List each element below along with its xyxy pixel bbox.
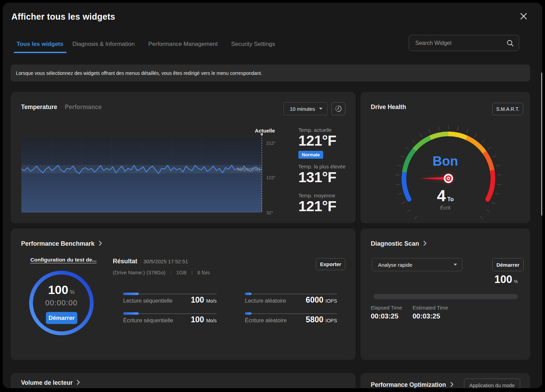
info-banner-text: Lorsque vous sélectionnez des widgets of…	[16, 70, 262, 76]
result-label: Résultat	[113, 258, 137, 265]
drive-health-card[interactable]: Drive Health S.M.A.R.T. Bon 4 To Écrit	[360, 92, 530, 223]
page-title: Afficher tous les widgets	[11, 12, 115, 22]
benchmark-percent-value: 100	[48, 283, 68, 296]
chevron-right-icon	[450, 382, 454, 389]
perf-opt-title: Performance Optimization	[371, 381, 446, 388]
metric-label-rand-write: Écriture aléatoire	[245, 317, 287, 324]
benchmark-percent: 100 %	[27, 283, 96, 297]
export-button[interactable]: Exporter	[316, 258, 345, 270]
highest-temp-value: 131°F	[298, 170, 336, 185]
diagnostic-title: Diagnostic Scan	[371, 240, 419, 247]
diagnostic-percent-value: 100	[494, 273, 512, 285]
scan-type-dropdown[interactable]: Analyse rapide	[372, 258, 462, 271]
series-label: Moyen(ne)	[237, 166, 260, 172]
search-icon[interactable]	[506, 39, 519, 47]
benchmark-start-button[interactable]: Démarrer	[46, 312, 77, 324]
drive-volume-card[interactable]: Volume de lecteur	[11, 373, 356, 388]
result-count-info: 6 fois	[197, 270, 210, 275]
info-banner: Lorsque vous sélectionnez des widgets of…	[11, 65, 530, 81]
performance-benchmark-card[interactable]: Performance Benchmark Configuration du t…	[11, 228, 356, 360]
chevron-down-icon	[319, 108, 323, 110]
chevron-down-icon	[454, 264, 457, 266]
metric-value-rand-read: 6000 IOPS	[294, 295, 337, 305]
apply-mode-button[interactable]: Application du mode	[464, 379, 520, 388]
tab-tous-les-widgets[interactable]: Tous les widgets	[17, 41, 63, 48]
tab-performance-management[interactable]: Performance Management	[148, 41, 218, 48]
metric-label-seq-write: Écriture séquentielle	[123, 317, 173, 324]
written-unit: To	[447, 196, 454, 202]
export-button-label: Exporter	[320, 261, 341, 267]
tab-security-settings[interactable]: Security Settings	[231, 41, 275, 48]
result-drive-info: (Drive Name:) (378Go)	[113, 270, 166, 275]
written-total: 4 To	[360, 189, 530, 203]
search-widget-box	[409, 35, 519, 51]
metric-bar-seq-write	[123, 312, 217, 315]
chevron-right-icon	[99, 241, 102, 247]
close-icon	[520, 12, 527, 20]
result-size-info: 1GB	[176, 270, 187, 275]
diagnostic-start-button[interactable]: Démarrer	[492, 258, 524, 271]
axis-tick-212: 212°	[266, 140, 276, 146]
benchmark-title: Performance Benchmark	[21, 240, 95, 247]
diagnostic-start-label: Démarrer	[496, 262, 519, 268]
test-config-link[interactable]: Configuration du test de...	[30, 257, 97, 263]
temp-status-badge: Normale	[298, 151, 323, 159]
metric-label-seq-read: Lecture séquentielle	[123, 298, 172, 304]
metric-label-rand-read: Lecture aléatoire	[245, 298, 286, 304]
metric-value-seq-read: 100 Mo/s	[176, 295, 217, 305]
performance-optimization-card[interactable]: Performance Optimization Application du …	[360, 373, 530, 388]
diagnostic-scan-card[interactable]: Diagnostic Scan Analyse rapide Démarrer …	[360, 228, 530, 360]
benchmark-elapsed: 00:00:00	[27, 298, 96, 307]
apply-mode-label: Application du mode	[469, 383, 515, 388]
benchmark-percent-sign: %	[70, 289, 75, 295]
cursor-label: Actuelle	[241, 128, 288, 134]
history-button[interactable]	[331, 102, 345, 115]
tab-diagnosis-information[interactable]: Diagnosis & Information	[72, 41, 135, 48]
temperature-chart-area	[21, 138, 262, 213]
metric-bar-seq-read	[123, 293, 217, 295]
app-window: { "window": { "title": "Afficher tous le…	[0, 0, 545, 392]
written-value: 4	[437, 187, 446, 205]
volume-title: Volume de lecteur	[21, 379, 72, 386]
metric-value-rand-write: 5800 IOPS	[294, 315, 337, 324]
temperature-title: Temperature	[21, 104, 57, 111]
widgets-modal: Afficher tous les widgets Tous les widge…	[3, 3, 542, 388]
diagnostic-percent-sign: %	[514, 279, 518, 284]
chevron-right-icon	[423, 241, 427, 247]
separator: |	[191, 270, 192, 275]
health-status-text: Bon	[360, 154, 530, 169]
benchmark-start-label: Démarrer	[49, 315, 75, 322]
metric-bar-rand-write	[245, 312, 337, 315]
average-temp-value: 121°F	[298, 199, 336, 214]
written-label: Écrit	[360, 205, 530, 210]
diagnostic-progress-bar	[374, 294, 518, 299]
result-datetime: 30/5/2025 17:52:51	[143, 258, 188, 264]
average-temp-label: Temp. moyenne	[298, 193, 335, 198]
elapsed-time-value: 00:03:25	[371, 312, 398, 320]
highest-temp-label: Temp. la plus élevée	[298, 164, 346, 169]
scrollbar-thumb[interactable]	[541, 72, 542, 216]
clock-history-icon	[335, 105, 342, 112]
estimated-time-value: 00:03:25	[413, 312, 440, 320]
temperature-card[interactable]: Temperature Performance 10 minutes Actue…	[11, 92, 356, 223]
current-temp-label: Temp. actuelle	[298, 127, 332, 133]
temperature-line-chart	[21, 138, 262, 213]
axis-tick-32: 32°	[266, 210, 273, 215]
active-tab-underline	[14, 52, 67, 53]
diagnostic-percent: 100 %	[494, 273, 518, 286]
interval-dropdown[interactable]: 10 minutes	[284, 102, 328, 115]
metric-bar-rand-read	[245, 293, 337, 295]
temperature-subtitle: Performance	[65, 104, 102, 111]
chevron-right-icon	[77, 380, 80, 386]
scan-type-value: Analyse rapide	[378, 262, 412, 268]
axis-tick-122: 122°	[266, 175, 276, 180]
interval-dropdown-value: 10 minutes	[290, 106, 315, 112]
estimated-time-label: Estimated Time	[413, 305, 448, 311]
current-temp-value: 121°F	[298, 133, 336, 148]
close-button[interactable]	[518, 11, 529, 22]
metric-value-seq-write: 100 Mo/s	[176, 315, 217, 324]
elapsed-time-label: Elapsed Time	[371, 305, 402, 311]
search-input[interactable]	[409, 40, 506, 46]
separator: |	[170, 270, 171, 275]
